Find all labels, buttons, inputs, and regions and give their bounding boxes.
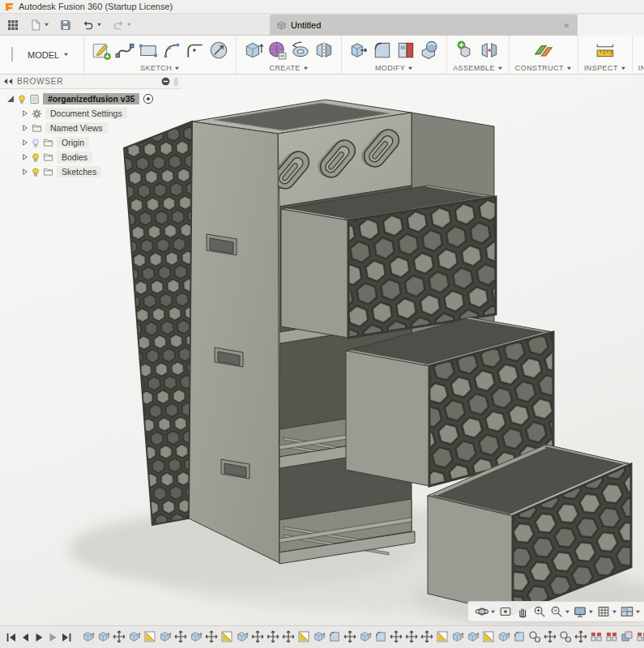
timeline-feature-extrude-icon[interactable] (82, 630, 95, 644)
timeline-feature-extrude-icon[interactable] (128, 630, 141, 644)
timeline-feature-move-icon[interactable] (174, 630, 187, 644)
timeline-feature-extrude-icon[interactable] (467, 630, 480, 644)
timeline-feature-sketch-icon[interactable] (482, 630, 495, 644)
ribbon-group-label-construct[interactable]: CONSTRUCT (515, 64, 572, 72)
file-button[interactable] (28, 17, 51, 33)
browser-item-label[interactable]: Bodies (57, 151, 92, 163)
create-sketch-icon[interactable] (90, 39, 113, 62)
browser-root-row[interactable]: #organizedfusion v35 (2, 92, 181, 105)
ribbon-group-label-modify[interactable]: MODIFY (375, 64, 413, 72)
ribbon-group-label-insert[interactable]: INSERT (638, 64, 644, 72)
timeline-feature-rect-pattern-icon[interactable] (590, 630, 603, 644)
arc-icon[interactable] (160, 39, 183, 62)
toolbar-grip[interactable] (11, 47, 13, 62)
timeline-feature-move-icon[interactable] (267, 630, 279, 644)
close-icon[interactable]: × (561, 20, 571, 31)
ribbon-group-label-create[interactable]: CREATE (270, 64, 309, 72)
browser-item-sketches[interactable]: Sketches (2, 165, 181, 178)
browser-item-bodies[interactable]: Bodies (2, 151, 181, 164)
appearance-icon[interactable] (395, 39, 417, 62)
skip-to-start-button[interactable] (6, 632, 17, 643)
timeline-feature-sketch-icon[interactable] (143, 630, 156, 644)
orbit-button[interactable] (475, 604, 496, 619)
timeline-feature-sketch-icon[interactable] (436, 630, 449, 644)
timeline-feature-extrude-icon[interactable] (190, 630, 203, 644)
timeline-feature-fillet-icon[interactable] (374, 630, 387, 644)
bulb-on-icon[interactable] (32, 152, 40, 163)
timeline-feature-rect-pattern-icon[interactable] (605, 630, 618, 644)
expander-icon[interactable] (21, 124, 28, 132)
pan-button[interactable] (515, 604, 530, 619)
browser-item-origin[interactable]: Origin (2, 136, 181, 149)
expander-icon[interactable] (21, 109, 28, 117)
drawer-1[interactable] (281, 185, 496, 338)
timeline-feature-extrude-icon[interactable] (159, 630, 172, 644)
create-form-icon[interactable] (266, 39, 288, 62)
browser-item-document-settings[interactable]: Document Settings (2, 107, 181, 120)
redo-button[interactable] (110, 17, 134, 33)
browser-item-named-views[interactable]: Named Views (2, 122, 181, 134)
timeline-feature-move-icon[interactable] (251, 630, 264, 644)
browser-root-label[interactable]: #organizedfusion v35 (43, 93, 139, 104)
circle-icon[interactable] (207, 39, 230, 62)
skip-to-end-button[interactable] (61, 632, 72, 643)
new-component-icon[interactable] (454, 39, 477, 62)
bulb-on-icon[interactable] (18, 94, 26, 104)
timeline-feature-extrude-icon[interactable] (497, 630, 510, 644)
timeline-feature-extrude-icon[interactable] (359, 630, 372, 644)
timeline-feature-rect-pattern-icon[interactable] (636, 630, 644, 644)
measure-icon[interactable] (594, 39, 616, 62)
ground-target-icon[interactable] (143, 93, 154, 104)
workspace-switcher[interactable]: MODEL (21, 36, 84, 74)
step-forward-button[interactable] (47, 632, 58, 643)
browser-header[interactable]: BROWSER (0, 75, 181, 89)
step-back-button[interactable] (19, 632, 31, 643)
timeline-feature-move-icon[interactable] (544, 630, 557, 644)
sketch-fillet-icon[interactable] (184, 39, 207, 62)
spline-icon[interactable] (113, 39, 136, 62)
timeline-feature-extrude-icon[interactable] (451, 630, 464, 644)
browser-item-label[interactable]: Origin (57, 137, 89, 148)
mirror-icon[interactable] (313, 39, 335, 62)
expander-icon[interactable] (6, 95, 15, 103)
window-zoom-button[interactable] (549, 604, 570, 619)
timeline-feature-fillet-icon[interactable] (328, 630, 341, 644)
timeline-feature-move-icon[interactable] (282, 630, 295, 644)
timeline-feature-sketch-icon[interactable] (297, 630, 310, 644)
timeline-feature-move-icon[interactable] (405, 630, 418, 644)
timeline-feature-move-icon[interactable] (574, 630, 587, 644)
expander-icon[interactable] (21, 168, 28, 176)
remove-panel-icon[interactable] (161, 77, 170, 86)
extrude-icon[interactable] (242, 39, 265, 62)
timeline-feature-move-icon[interactable] (343, 630, 356, 644)
bulb-off-icon[interactable] (32, 138, 40, 148)
bulb-on-icon[interactable] (32, 167, 40, 177)
browser-item-label[interactable]: Named Views (45, 122, 108, 134)
fillet-icon[interactable] (371, 39, 394, 62)
revolve-icon[interactable] (289, 39, 312, 62)
physical-material-icon[interactable] (418, 39, 441, 62)
display-settings-button[interactable] (573, 604, 594, 619)
save-button[interactable] (58, 17, 74, 33)
construction-plane-icon[interactable] (532, 39, 555, 62)
grid-display-button[interactable] (596, 604, 617, 619)
timeline-feature-move-icon[interactable] (390, 630, 403, 644)
app-grid-button[interactable] (5, 17, 21, 33)
undo-button[interactable] (80, 17, 104, 33)
document-tab[interactable]: Untitled × (270, 15, 578, 36)
viewport[interactable]: BROWSER #organizedfusion v35Document Set… (0, 75, 644, 625)
timeline-feature-extrude-icon[interactable] (313, 630, 326, 644)
timeline-feature-extrude-icon[interactable] (97, 630, 110, 644)
panel-grip-icon[interactable] (174, 77, 178, 87)
timeline-feature-combine-icon[interactable] (621, 630, 633, 644)
timeline-feature-circular-pattern-icon[interactable] (528, 630, 541, 644)
ribbon-group-label-sketch[interactable]: SKETCH (140, 64, 180, 72)
collapse-panel-icon[interactable] (3, 78, 13, 85)
rectangle-icon[interactable] (137, 39, 160, 62)
timeline-feature-move-icon[interactable] (113, 630, 126, 644)
expander-icon[interactable] (21, 153, 28, 161)
expander-icon[interactable] (21, 139, 28, 147)
timeline-feature-extrude-icon[interactable] (236, 630, 249, 644)
timeline-feature-fillet-icon[interactable] (513, 630, 526, 644)
joint-icon[interactable] (478, 39, 501, 62)
